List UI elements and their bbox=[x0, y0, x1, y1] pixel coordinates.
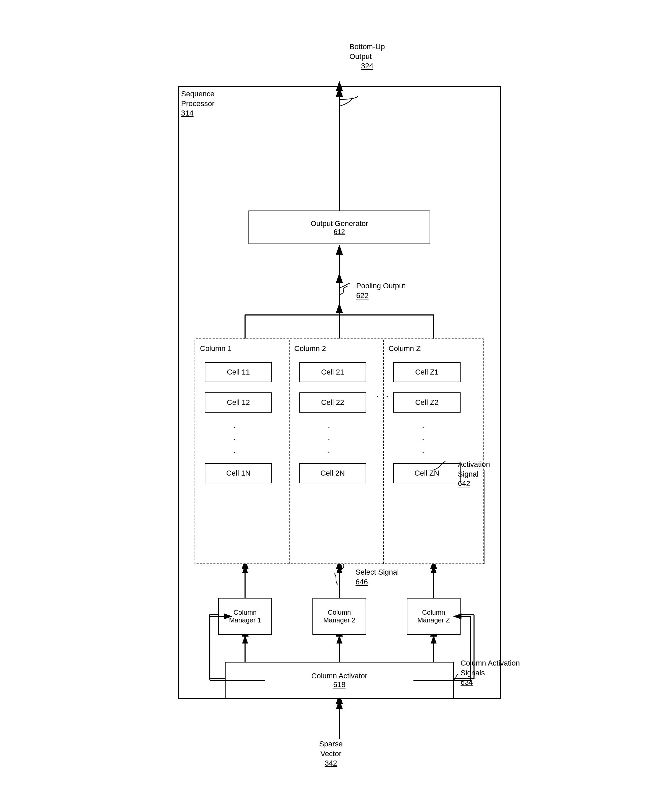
col1-dots: ··· bbox=[233, 421, 236, 458]
cell11-box: Cell 11 bbox=[205, 362, 272, 382]
column1-label: Column 1 bbox=[200, 344, 232, 354]
cellZ1-box: Cell Z1 bbox=[393, 362, 461, 382]
col2-dots: ··· bbox=[328, 421, 330, 458]
page: Bottom-Up Output 324 Sequence Processor … bbox=[0, 0, 672, 805]
columnZ-label: Column Z bbox=[388, 344, 421, 354]
cellZ2-box: Cell Z2 bbox=[393, 393, 461, 412]
diagram-container: Bottom-Up Output 324 Sequence Processor … bbox=[151, 32, 521, 773]
sparse-vector-label: Sparse Vector 342 bbox=[319, 739, 343, 768]
cell1N-box: Cell 1N bbox=[205, 463, 272, 483]
output-generator-box: Output Generator 612 bbox=[249, 210, 430, 244]
column-manager1-box: Column Manager 1 bbox=[218, 598, 272, 635]
bottom-up-output-label: Bottom-Up Output 324 bbox=[349, 42, 385, 71]
column-activator-box: Column Activator 618 bbox=[225, 662, 454, 699]
pooling-output-label: Pooling Output 622 bbox=[356, 281, 405, 301]
cell21-box: Cell 21 bbox=[299, 362, 366, 382]
select-signal-label: Select Signal 646 bbox=[356, 568, 398, 587]
cellZN-box: Cell ZN bbox=[393, 463, 461, 483]
column2-label: Column 2 bbox=[294, 344, 326, 354]
colZ-dots: ··· bbox=[422, 421, 425, 458]
column-activation-signals-label: Column Activation Signals 634 bbox=[461, 659, 520, 687]
column-manager2-box: Column Manager 2 bbox=[312, 598, 366, 635]
activation-signal-label: Activation Signal 642 bbox=[458, 460, 490, 489]
cell22-box: Cell 22 bbox=[299, 393, 366, 412]
cell2N-box: Cell 2N bbox=[299, 463, 366, 483]
cell12-box: Cell 12 bbox=[205, 393, 272, 412]
column-managerZ-box: Column Manager Z bbox=[407, 598, 461, 635]
